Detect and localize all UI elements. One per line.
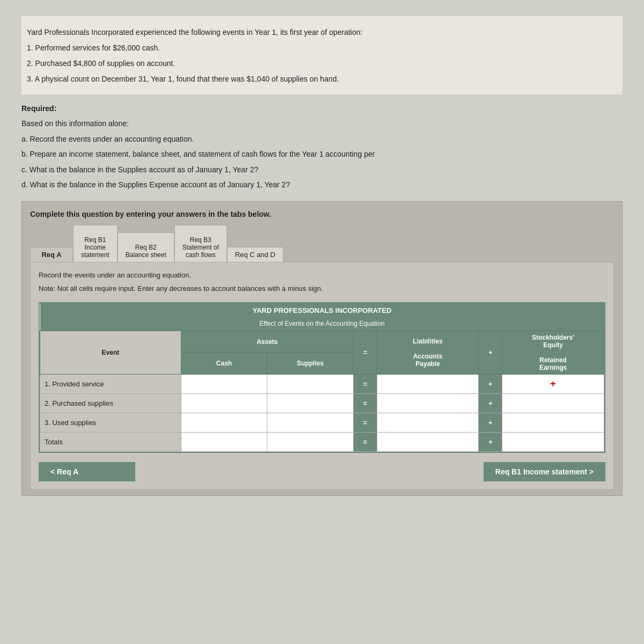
row1-plus: + xyxy=(479,374,502,393)
event-3: 3. A physical count on December 31, Year… xyxy=(27,74,617,85)
tab-req-cd[interactable]: Req C and D xyxy=(227,247,283,262)
tab-req-b2[interactable]: Req B2 Balance sheet xyxy=(118,232,174,262)
event-1: 1. Performed services for $26,000 cash. xyxy=(27,42,617,54)
row1-cash-cell[interactable] xyxy=(181,374,267,393)
row3-plus: + xyxy=(479,413,502,432)
totals-plus: + xyxy=(479,432,502,451)
tab-req-b3[interactable]: Req B3 Statement of cash flows xyxy=(174,225,227,262)
totals-supplies-cell[interactable] xyxy=(267,432,354,451)
header-supplies: Supplies xyxy=(267,353,354,375)
row3-label: 3. Used supplies xyxy=(40,413,181,432)
row2-ap-cell[interactable] xyxy=(377,393,479,413)
prev-button[interactable]: < Req A xyxy=(39,462,135,481)
row3-ap-cell[interactable] xyxy=(377,413,479,432)
req-item-a: a. Record the events under an accounting… xyxy=(21,133,623,145)
row3-equals: = xyxy=(353,413,377,432)
row2-re-cell[interactable] xyxy=(502,393,604,413)
tab-req-b1[interactable]: Req B1 Income statement xyxy=(73,225,118,262)
row2-ap-input[interactable] xyxy=(377,394,479,413)
tab-req-b2-label: Req B2 Balance sheet xyxy=(126,244,166,259)
row2-re-input[interactable] xyxy=(502,394,604,413)
tab-content: Record the events under an accounting eq… xyxy=(30,262,614,490)
tab-req-a-label: Req A xyxy=(41,251,61,259)
table-subtitle-row: Effect of Events on the Accounting Equat… xyxy=(40,318,604,331)
totals-ap-input[interactable] xyxy=(377,433,479,451)
event-2: 2. Purchased $4,800 of supplies on accou… xyxy=(27,58,617,69)
row3-supplies-cell[interactable] xyxy=(267,413,354,432)
required-section: Required: Based on this information alon… xyxy=(21,103,623,191)
tab-req-cd-label: Req C and D xyxy=(235,251,275,259)
required-sub: Based on this information alone: xyxy=(21,118,623,129)
table-header-row1: Event Assets = LiabilitiesAccountsPayabl… xyxy=(40,331,604,353)
row2-label: 2. Purchased supplies xyxy=(40,393,181,413)
totals-equals: = xyxy=(353,432,377,451)
row3-cash-cell[interactable] xyxy=(181,413,267,432)
header-liabilities: LiabilitiesAccountsPayable xyxy=(377,331,479,374)
row1-re-cell: + xyxy=(502,374,604,393)
row2-cash-input[interactable] xyxy=(181,394,267,413)
accounting-table-wrapper: YARD PROFESSIONALS INCORPORATED Effect o… xyxy=(39,302,605,453)
header-equals: = xyxy=(353,331,377,374)
table-row: 3. Used supplies = + xyxy=(40,413,604,432)
accounting-table: YARD PROFESSIONALS INCORPORATED Effect o… xyxy=(40,303,604,452)
table-row: 1. Provided service = + + xyxy=(40,374,604,393)
req-item-c: c. What is the balance in the Supplies a… xyxy=(21,164,623,175)
totals-cash-input[interactable] xyxy=(181,433,267,451)
complete-box: Complete this question by entering your … xyxy=(21,201,623,496)
header-event: Event xyxy=(40,331,181,374)
row3-cash-input[interactable] xyxy=(181,413,267,432)
totals-cash-cell[interactable] xyxy=(181,432,267,451)
row2-supplies-cell[interactable] xyxy=(267,393,354,413)
header-plus-top: + xyxy=(479,331,502,374)
table-subtitle: Effect of Events on the Accounting Equat… xyxy=(40,318,604,331)
row3-ap-input[interactable] xyxy=(377,413,479,432)
totals-re-input[interactable] xyxy=(502,433,604,451)
required-label: Required: xyxy=(21,103,623,114)
row3-re-cell[interactable] xyxy=(502,413,604,432)
tab-req-b1-label: Req B1 Income statement xyxy=(81,236,109,259)
bottom-nav: < Req A Req B1 Income statement > xyxy=(39,462,605,481)
row1-supplies-cell[interactable] xyxy=(267,374,354,393)
row1-equals: = xyxy=(353,374,377,393)
intro-section: Yard Professionals Incorporated experien… xyxy=(21,16,623,94)
row1-ap-input[interactable] xyxy=(377,375,479,393)
row1-label: 1. Provided service xyxy=(40,374,181,393)
row3-re-input[interactable] xyxy=(502,413,604,432)
table-title-row: YARD PROFESSIONALS INCORPORATED xyxy=(40,303,604,318)
header-cash: Cash xyxy=(181,353,267,375)
totals-re-cell[interactable] xyxy=(502,432,604,451)
req-item-b: b. Prepare an income statement, balance … xyxy=(21,148,623,160)
row1-supplies-input[interactable] xyxy=(267,375,353,393)
next-button[interactable]: Req B1 Income statement > xyxy=(484,462,605,481)
header-assets: Assets xyxy=(181,331,353,353)
row1-ap-cell[interactable] xyxy=(377,374,479,393)
req-item-d: d. What is the balance in the Supplies E… xyxy=(21,179,623,191)
totals-label: Totals xyxy=(40,432,181,451)
prev-button-label: < Req A xyxy=(50,467,78,476)
row1-re-plus-icon: + xyxy=(550,378,556,389)
table-company-name: YARD PROFESSIONALS INCORPORATED xyxy=(40,303,604,318)
intro-main-text: Yard Professionals Incorporated experien… xyxy=(27,27,617,38)
table-row: 2. Purchased supplies = + xyxy=(40,393,604,413)
row1-cash-input[interactable] xyxy=(181,375,267,393)
complete-title: Complete this question by entering your … xyxy=(30,210,614,218)
totals-supplies-input[interactable] xyxy=(267,433,353,451)
note-line2: Note: Not all cells require input. Enter… xyxy=(39,283,605,295)
tabs-row: Req A Req B1 Income statement Req B2 Bal… xyxy=(30,225,614,262)
table-row: Totals = + xyxy=(40,432,604,451)
totals-ap-cell[interactable] xyxy=(377,432,479,451)
row2-cash-cell[interactable] xyxy=(181,393,267,413)
row3-supplies-input[interactable] xyxy=(267,413,353,432)
next-button-label: Req B1 Income statement > xyxy=(495,467,594,476)
header-stockholders: Stockholders'EquityRetainedEarnings xyxy=(502,331,604,374)
note-line1: Record the events under an accounting eq… xyxy=(39,270,605,281)
row2-supplies-input[interactable] xyxy=(267,394,353,413)
row2-equals: = xyxy=(353,393,377,413)
tab-req-b3-label: Req B3 Statement of cash flows xyxy=(182,236,219,259)
tab-req-a[interactable]: Req A xyxy=(30,247,73,262)
row2-plus: + xyxy=(479,393,502,413)
